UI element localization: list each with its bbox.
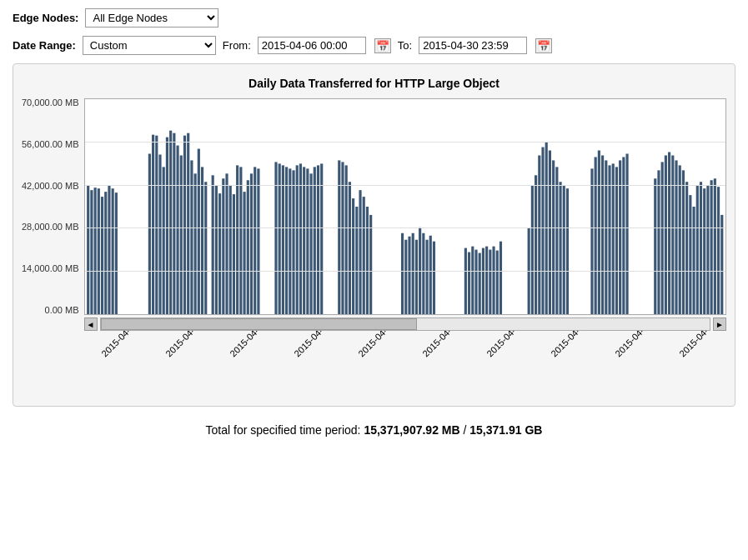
svg-rect-103 <box>611 163 614 314</box>
svg-rect-52 <box>316 165 319 314</box>
scrollbar[interactable]: ◄ ► <box>84 318 727 331</box>
svg-rect-18 <box>179 155 182 314</box>
svg-rect-30 <box>225 173 228 314</box>
svg-rect-107 <box>625 153 628 314</box>
svg-rect-94 <box>559 182 561 314</box>
svg-rect-98 <box>594 157 596 314</box>
svg-rect-39 <box>257 168 259 314</box>
x-label-apr13: 2015-04-13 <box>534 331 598 345</box>
svg-rect-62 <box>365 207 368 314</box>
svg-rect-84 <box>499 242 501 314</box>
svg-rect-78 <box>478 253 480 314</box>
scroll-right-button[interactable]: ► <box>713 318 726 331</box>
y-label-1: 56,000.00 MB <box>22 140 79 149</box>
svg-rect-88 <box>538 155 540 314</box>
svg-rect-73 <box>432 242 434 314</box>
date-range-select[interactable]: CustomLast 7 DaysLast 30 DaysLast 90 Day… <box>83 36 216 55</box>
svg-rect-120 <box>695 185 698 314</box>
svg-rect-81 <box>489 250 491 314</box>
to-calendar-icon[interactable]: 📅 <box>535 38 552 53</box>
from-input[interactable] <box>258 37 366 54</box>
x-label-apr06: 2015-04-06 <box>84 331 148 345</box>
from-calendar-icon[interactable]: 📅 <box>374 38 391 53</box>
scroll-track[interactable] <box>100 318 711 331</box>
chart-area: 70,000.00 MB 56,000.00 MB 42,000.00 MB 2… <box>22 98 726 398</box>
svg-rect-90 <box>545 142 547 314</box>
svg-rect-82 <box>492 247 494 314</box>
svg-rect-116 <box>681 170 684 314</box>
scroll-thumb[interactable] <box>101 318 418 330</box>
svg-rect-53 <box>320 163 323 314</box>
scroll-left-button[interactable]: ◄ <box>84 318 98 331</box>
svg-rect-8 <box>114 192 117 314</box>
svg-rect-79 <box>481 248 484 314</box>
y-label-4: 14,000.00 MB <box>22 264 79 273</box>
svg-rect-5 <box>104 192 107 314</box>
svg-rect-83 <box>495 251 498 314</box>
y-label-5: 0.00 MB <box>22 306 79 315</box>
x-axis-labels: 2015-04-06 2015-04-07 2015-04-08 2015-04… <box>84 331 727 398</box>
svg-rect-40 <box>274 162 277 314</box>
svg-rect-63 <box>369 215 372 314</box>
svg-rect-60 <box>359 190 361 314</box>
svg-rect-65 <box>404 240 407 314</box>
svg-rect-93 <box>555 167 558 314</box>
total-value-mb: 15,371,907.92 MB <box>364 423 459 437</box>
chart-inner: ◄ ► 2015-04-06 2015-04-07 2015-04-08 <box>84 98 727 398</box>
svg-rect-3 <box>97 188 99 314</box>
svg-rect-20 <box>187 133 189 314</box>
svg-rect-127 <box>720 215 723 314</box>
svg-rect-49 <box>306 168 309 314</box>
svg-rect-126 <box>716 187 719 314</box>
svg-rect-102 <box>608 165 610 314</box>
to-input[interactable] <box>419 37 527 54</box>
svg-rect-106 <box>622 157 625 314</box>
svg-rect-44 <box>289 168 291 314</box>
svg-rect-97 <box>590 168 593 314</box>
svg-rect-34 <box>239 167 242 314</box>
svg-rect-112 <box>668 152 670 314</box>
svg-rect-57 <box>348 182 350 314</box>
svg-rect-19 <box>183 136 185 314</box>
svg-rect-32 <box>232 194 234 314</box>
svg-rect-59 <box>355 207 358 314</box>
svg-rect-33 <box>236 165 238 314</box>
x-labels-row: 2015-04-06 2015-04-07 2015-04-08 2015-04… <box>84 331 727 345</box>
svg-rect-12 <box>158 154 161 314</box>
edge-nodes-select[interactable]: All Edge Nodes <box>85 8 218 28</box>
svg-rect-72 <box>429 236 431 314</box>
svg-rect-9 <box>148 153 150 314</box>
svg-rect-119 <box>692 207 695 314</box>
svg-rect-70 <box>422 233 424 314</box>
y-axis: 70,000.00 MB 56,000.00 MB 42,000.00 MB 2… <box>22 98 84 315</box>
svg-rect-29 <box>222 178 224 314</box>
x-label-apr11: 2015-04-11 <box>405 331 469 345</box>
svg-rect-122 <box>703 188 705 314</box>
svg-rect-85 <box>527 228 530 314</box>
svg-rect-100 <box>601 155 604 314</box>
svg-rect-41 <box>278 163 280 314</box>
total-separator: / <box>464 423 467 437</box>
x-label-apr07: 2015-04-07 <box>148 331 213 345</box>
svg-rect-22 <box>193 173 196 314</box>
bars-area <box>84 98 727 315</box>
svg-rect-51 <box>313 167 315 314</box>
svg-rect-13 <box>162 167 164 314</box>
svg-rect-76 <box>471 247 474 314</box>
x-label-apr15: 2015-04-15 <box>662 331 726 345</box>
edge-nodes-row: Edge Nodes: All Edge Nodes <box>13 8 735 28</box>
svg-rect-43 <box>285 167 288 314</box>
svg-rect-121 <box>699 182 701 314</box>
svg-rect-58 <box>352 198 354 314</box>
chart-container: Daily Data Transferred for HTTP Large Ob… <box>13 63 735 407</box>
svg-rect-48 <box>303 167 305 314</box>
svg-rect-69 <box>419 228 421 314</box>
svg-rect-38 <box>254 167 256 314</box>
svg-rect-104 <box>615 167 617 314</box>
svg-rect-91 <box>548 151 550 314</box>
svg-rect-67 <box>411 233 414 314</box>
svg-rect-47 <box>299 163 301 314</box>
svg-rect-2 <box>93 188 96 314</box>
svg-rect-105 <box>619 160 621 314</box>
y-label-3: 28,000.00 MB <box>22 222 79 232</box>
